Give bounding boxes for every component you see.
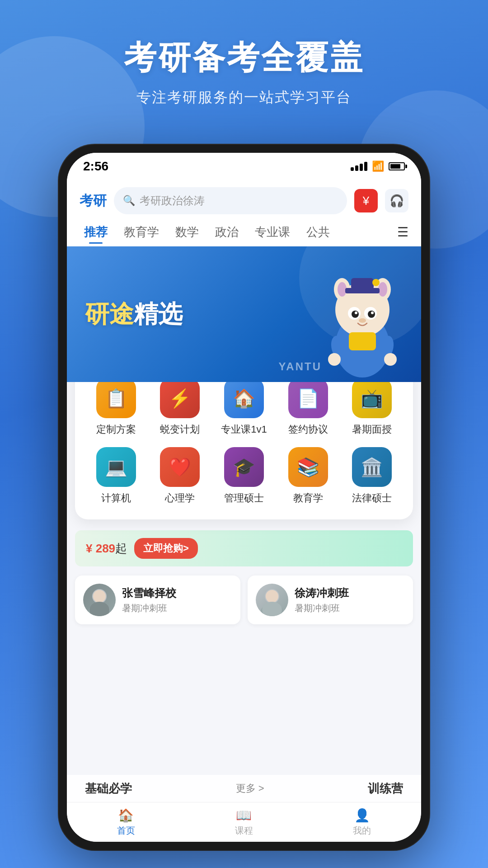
course-label: 课程 xyxy=(235,825,253,837)
tab-math[interactable]: 数学 xyxy=(167,221,207,244)
section-more[interactable]: 更多 > xyxy=(236,782,264,795)
icon-item-psychology[interactable]: ❤️ 心理学 xyxy=(148,447,212,505)
bottom-tab-home[interactable]: 🏠 首页 xyxy=(117,808,135,837)
status-bar: 2:56 📶 xyxy=(67,153,421,180)
major1v1-icon: 🏠 xyxy=(224,382,264,418)
mine-label: 我的 xyxy=(353,825,371,837)
promo-banner: ¥ 289起 立即抢购> xyxy=(75,530,413,566)
xu-tag: 暑期冲刺班 xyxy=(295,602,349,614)
bottom-tabs: 🏠 首页 📖 课程 👤 我的 xyxy=(67,802,421,842)
zhang-info: 张雪峰择校 暑期冲刺班 xyxy=(122,586,176,614)
icon-item-customize[interactable]: 📋 定制方案 xyxy=(84,382,148,436)
xu-avatar-img xyxy=(256,584,288,616)
contract-icon: 📄 xyxy=(288,382,328,418)
major1v1-label: 专业课1v1 xyxy=(221,423,267,436)
search-bar[interactable]: 🔍 考研政治徐涛 xyxy=(114,187,347,214)
bottom-tab-course[interactable]: 📖 课程 xyxy=(235,808,253,837)
icon-item-cs[interactable]: 💻 计算机 xyxy=(84,447,148,505)
svg-point-20 xyxy=(384,353,397,366)
transform-icon: ⚡ xyxy=(160,382,200,418)
bottom-tab-mine[interactable]: 👤 我的 xyxy=(353,808,371,837)
mine-icon: 👤 xyxy=(354,808,370,823)
cs-icon: 💻 xyxy=(96,447,136,487)
svg-point-11 xyxy=(352,311,359,318)
icon-item-summer[interactable]: 📺 暑期面授 xyxy=(340,382,404,436)
icon-item-contract[interactable]: 📄 签约协议 xyxy=(276,382,340,436)
wifi-icon: 📶 xyxy=(372,160,384,172)
nav-tabs: 推荐 教育学 数学 政治 专业课 公共 ☰ xyxy=(67,214,421,246)
psychology-label: 心理学 xyxy=(165,491,195,505)
banner-area: 研途精选 YANTU xyxy=(67,246,421,382)
xu-name: 徐涛冲刺班 xyxy=(295,586,349,600)
tab-public[interactable]: 公共 xyxy=(298,221,338,244)
mba-icon: 🎓 xyxy=(224,447,264,487)
coupon-button[interactable]: ¥ xyxy=(354,189,378,212)
svg-point-23 xyxy=(93,590,106,603)
icon-item-transform[interactable]: ⚡ 蜕变计划 xyxy=(148,382,212,436)
search-icon: 🔍 xyxy=(123,195,135,207)
education-icon: 📚 xyxy=(288,447,328,487)
transform-label: 蜕变计划 xyxy=(160,423,200,436)
phone-frame: 2:56 📶 考研 xyxy=(59,145,429,850)
nav-menu-button[interactable]: ☰ xyxy=(394,221,412,243)
sub-title: 专注考研服务的一站式学习平台 xyxy=(0,88,488,108)
law-label: 法律硕士 xyxy=(352,491,392,505)
banner-title: 研途精选 xyxy=(85,298,183,331)
home-icon: 🏠 xyxy=(118,808,134,823)
teacher-card-zhang[interactable]: 张雪峰择校 暑期冲刺班 xyxy=(75,576,240,624)
section-left-label: 基础必学 xyxy=(85,781,132,797)
icon-item-education[interactable]: 📚 教育学 xyxy=(276,447,340,505)
headset-button[interactable]: 🎧 xyxy=(385,189,408,212)
banner-text2: 精选 xyxy=(134,300,183,327)
xu-info: 徐涛冲刺班 暑期冲刺班 xyxy=(295,586,349,614)
promo-button[interactable]: 立即抢购> xyxy=(134,538,198,559)
teacher-card-xu[interactable]: 徐涛冲刺班 暑期冲刺班 xyxy=(248,576,413,624)
headset-icon: 🎧 xyxy=(389,194,404,208)
status-time: 2:56 xyxy=(83,159,108,174)
mascot-svg xyxy=(317,264,408,382)
summer-label: 暑期面授 xyxy=(352,423,392,436)
svg-point-3 xyxy=(338,282,347,297)
svg-point-19 xyxy=(328,353,341,366)
top-section: 考研备考全覆盖 专注考研服务的一站式学习平台 xyxy=(0,36,488,108)
teacher-section: 张雪峰择校 暑期冲刺班 xyxy=(75,576,413,624)
zhang-avatar xyxy=(83,584,116,616)
home-label: 首页 xyxy=(117,825,135,837)
scroll-content: 📋 定制方案 ⚡ 蜕变计划 🏠 专业课1v1 📄 xyxy=(67,382,421,842)
xu-avatar xyxy=(256,584,288,616)
customize-icon: 📋 xyxy=(96,382,136,418)
battery-icon xyxy=(389,162,405,170)
coupon-icon: ¥ xyxy=(363,194,369,208)
icon-item-law[interactable]: 🏛️ 法律硕士 xyxy=(340,447,404,505)
svg-point-13 xyxy=(355,311,357,314)
tab-education[interactable]: 教育学 xyxy=(116,221,167,244)
education-label: 教育学 xyxy=(293,491,323,505)
svg-point-27 xyxy=(266,590,278,603)
psychology-icon: ❤️ xyxy=(160,447,200,487)
tab-politics[interactable]: 政治 xyxy=(207,221,247,244)
svg-point-12 xyxy=(368,311,375,318)
icon-card: 📋 定制方案 ⚡ 蜕变计划 🏠 专业课1v1 📄 xyxy=(75,382,413,519)
icon-item-mba[interactable]: 🎓 管理硕士 xyxy=(212,447,276,505)
svg-point-28 xyxy=(262,602,282,616)
phone-container: 2:56 📶 考研 xyxy=(59,145,429,850)
icon-item-major1v1[interactable]: 🏠 专业课1v1 xyxy=(212,382,276,436)
mascot xyxy=(317,264,408,382)
course-icon: 📖 xyxy=(236,808,252,823)
section-right-label: 训练营 xyxy=(368,781,403,797)
zhang-tag: 暑期冲刺班 xyxy=(122,602,176,614)
app-logo: 考研 xyxy=(80,192,107,210)
status-icons: 📶 xyxy=(351,160,405,172)
tab-recommend[interactable]: 推荐 xyxy=(76,221,116,244)
tab-major[interactable]: 专业课 xyxy=(247,221,298,244)
zhang-name: 张雪峰择校 xyxy=(122,586,176,600)
search-text: 考研政治徐涛 xyxy=(140,193,205,208)
promo-price: ¥ 289起 xyxy=(86,541,127,557)
icon-grid: 📋 定制方案 ⚡ 蜕变计划 🏠 专业课1v1 📄 xyxy=(84,382,404,505)
mba-label: 管理硕士 xyxy=(224,491,264,505)
svg-rect-16 xyxy=(349,332,376,350)
main-title: 考研备考全覆盖 xyxy=(0,36,488,80)
svg-point-15 xyxy=(359,318,366,323)
svg-rect-7 xyxy=(351,278,374,290)
phone-screen: 2:56 📶 考研 xyxy=(67,153,421,842)
